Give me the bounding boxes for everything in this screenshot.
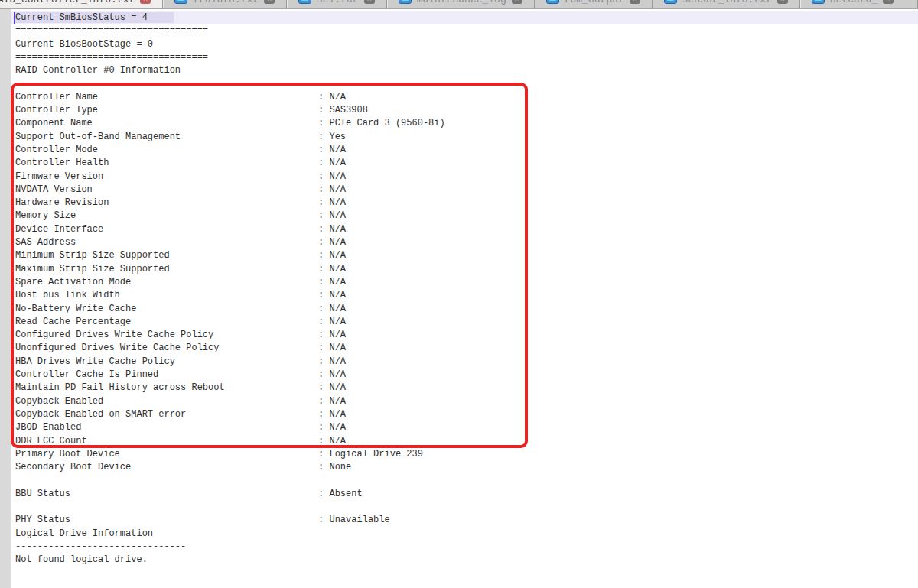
editor-line: Unonfigured Drives Write Cache Policy : … [15,342,918,355]
close-icon[interactable]: × [777,0,788,4]
editor-line [15,474,918,487]
file-icon [399,0,412,4]
editor-line-text: Unonfigured Drives Write Cache Policy : … [15,343,346,353]
editor-line: Spare Activation Mode : N/A [15,276,918,289]
editor-line: Not found logical drive. [15,554,918,567]
close-icon[interactable]: × [264,0,275,4]
editor-line: Maintain PD Fail History across Reboot :… [15,382,918,395]
editor-line: Configured Drives Write Cache Policy : N… [15,329,918,342]
editor-line: DDR ECC Count : N/A [15,435,918,448]
tab-label: fruinfo.txt [193,0,259,5]
editor-line-text: Controller Name : N/A [15,92,346,102]
editor-line [15,77,918,90]
editor-line: Current BiosBootStage = 0 [15,38,918,51]
editor-line-text: Controller Mode : N/A [15,145,346,155]
editor-line-text: Controller Cache Is Pinned : N/A [15,369,346,380]
editor-margin-gutter [0,9,11,588]
editor-line [15,501,918,514]
editor-line: Controller Mode : N/A [15,144,918,157]
tab-fruinfo-txt[interactable]: fruinfo.txt× [163,0,287,8]
editor-line-text: =================================== [15,25,208,36]
editor-line-text: JBOD Enabled : N/A [15,422,346,433]
editor-line-text: Device Interface : N/A [15,224,346,235]
editor-line: RAID Controller #0 Information [15,64,918,77]
tab-netcard[interactable]: netcard_× [800,0,918,8]
editor-line-text: Secondary Boot Device : None [15,462,351,473]
editor-line: Host bus link Width : N/A [15,289,918,302]
close-icon[interactable]: × [140,0,151,4]
text-caret [14,12,15,24]
editor-line-text: Current SmBiosStatus = 4 [15,12,174,23]
editor-line-text: Copyback Enabled : N/A [15,396,346,407]
editor-line-text: No-Battery Write Cache : N/A [15,304,346,314]
editor-line-text: DDR ECC Count : N/A [15,436,346,447]
tab-rdm-output[interactable]: rdm_output× [535,0,653,8]
tab-label: netcard_ [830,0,877,5]
editor-line: PHY Status : Unavailable [15,514,918,527]
editor-line-text: Spare Activation Mode : N/A [15,277,346,288]
tab-label: sensor_info.txt [682,0,772,5]
editor-line-text: Host bus link Width : N/A [15,290,346,300]
tab-label: RAID_controller_info.txt [0,0,135,5]
editor-line-text: Memory Size : N/A [15,210,346,221]
editor-line-text: Read Cache Percentage : N/A [15,317,346,327]
editor-line: Maximum Strip Size Supported : N/A [15,263,918,276]
editor-line-text [15,502,21,512]
editor-line-text: Primary Boot Device : Logical Drive 239 [15,449,423,460]
editor-line: ------------------------------- [15,541,918,554]
editor-line-text: Controller Type : SAS3908 [15,105,368,115]
editor-line: Primary Boot Device : Logical Drive 239 [15,448,918,461]
file-icon [664,0,677,4]
editor-lines: Current SmBiosStatus = 4================… [15,11,918,567]
editor-line: =================================== [15,51,918,64]
editor-line-text: Current BiosBootStage = 0 [15,39,153,50]
editor-line: Firmware Version : N/A [15,171,918,184]
editor-line-text: ------------------------------- [15,541,186,552]
tab-sel-tar[interactable]: sel.tar× [287,0,387,8]
editor-line-text: Component Name : PCIe Card 3 (9560-8i) [15,118,445,128]
editor-line: Support Out-of-Band Management : Yes [15,131,918,144]
tab-bar: RAID_controller_info.txt×fruinfo.txt×sel… [0,0,918,9]
editor-line: BBU Status : Absent [15,488,918,501]
editor-line-text [15,78,21,89]
text-editor-pane[interactable]: Current SmBiosStatus = 4================… [0,9,918,588]
editor-line-text: Logical Drive Information [15,528,153,539]
editor-line: Copyback Enabled : N/A [15,395,918,408]
file-icon [812,0,825,4]
editor-line-text: Configured Drives Write Cache Policy : N… [15,330,346,340]
tab-label: sel.tar [317,0,359,5]
tab-sensor-info-txt[interactable]: sensor_info.txt× [653,0,800,8]
close-icon[interactable]: × [512,0,522,4]
editor-line: Hardware Revision : N/A [15,197,918,210]
editor-line-text: =================================== [15,52,208,63]
editor-line: Secondary Boot Device : None [15,461,918,474]
close-icon[interactable]: × [883,0,894,4]
editor-line-text: SAS Address : N/A [15,237,346,248]
editor-line: =================================== [15,24,918,37]
editor-line: Minimum Strip Size Supported : N/A [15,249,918,262]
editor-line: Logical Drive Information [15,528,918,541]
editor-line-text: HBA Drives Write Cache Policy : N/A [15,356,346,367]
file-icon [174,0,187,4]
editor-line-text: BBU Status : Absent [15,489,363,499]
file-icon [298,0,311,4]
file-icon [546,0,559,4]
editor-line: Controller Health : N/A [15,157,918,170]
close-icon[interactable]: × [630,0,640,4]
editor-line-text [15,475,21,486]
editor-line-text: RAID Controller #0 Information [15,65,181,76]
editor-line: NVDATA Version : N/A [15,184,918,197]
close-icon[interactable]: × [364,0,375,4]
editor-line: Controller Type : SAS3908 [15,104,918,117]
editor-line-text: Support Out-of-Band Management : Yes [15,132,346,142]
editor-line: JBOD Enabled : N/A [15,421,918,434]
editor-line-text: Firmware Version : N/A [15,171,346,182]
tab-maintenance-log[interactable]: maintenance_log× [387,0,535,8]
editor-line: Controller Cache Is Pinned : N/A [15,369,918,382]
editor-line: No-Battery Write Cache : N/A [15,303,918,316]
editor-line-text: NVDATA Version : N/A [15,184,346,195]
editor-line-text: Not found logical drive. [15,554,148,565]
tab-raid-controller-info-txt[interactable]: RAID_controller_info.txt× [0,0,163,8]
editor-line: Current SmBiosStatus = 4 [15,11,918,24]
editor-line: HBA Drives Write Cache Policy : N/A [15,356,918,369]
